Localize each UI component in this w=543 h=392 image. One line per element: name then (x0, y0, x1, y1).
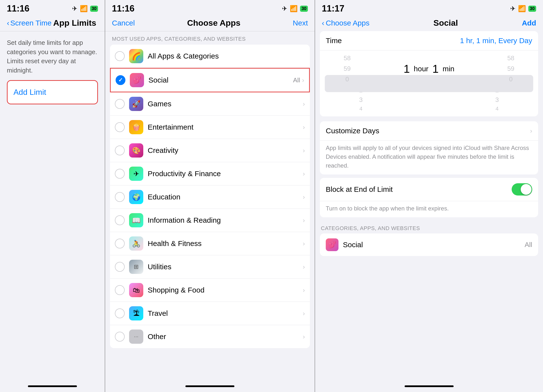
picker-hour-above-2: 59 (344, 63, 351, 74)
customize-days-label: Customize Days (326, 127, 379, 135)
radio-education[interactable] (115, 192, 125, 202)
customize-days-row[interactable]: Customize Days › (320, 121, 538, 141)
status-icons-1: ✈ 📶 30 (72, 5, 98, 12)
back-screen-time[interactable]: ‹ Screen Time (7, 19, 51, 27)
list-item[interactable]: 🌈 All Apps & Categories (110, 45, 310, 68)
add-button[interactable]: Add (522, 19, 536, 27)
chevron-right-icon: › (303, 333, 305, 341)
picker-hour-below-3: 4 (359, 105, 362, 113)
chevron-right-icon: › (303, 100, 305, 108)
nav-bar-3: ‹ Choose Apps Social Add (315, 16, 543, 31)
radio-health[interactable] (115, 239, 125, 248)
list-item[interactable]: 🎨 Creativity › (110, 139, 310, 162)
list-item[interactable]: 🌍 Education › (110, 185, 310, 209)
time-section: Time 1 hr, 1 min, Every Day 58 59 0 1 ho… (320, 31, 538, 116)
page-title-1: App Limits (51, 18, 98, 28)
nav-bar-1: ‹ Screen Time App Limits (0, 16, 105, 31)
add-limit-label: Add Limit (13, 88, 46, 97)
radio-shopping[interactable] (115, 285, 125, 295)
picker-min-below-2: 3 (495, 95, 499, 105)
battery-badge-3: 30 (528, 6, 536, 12)
list-item[interactable]: ⊞ Utilities › (110, 255, 310, 279)
other-icon: ··· (129, 330, 143, 344)
list-item[interactable]: ··· Other › (110, 325, 310, 348)
time-label: Time (326, 37, 342, 45)
list-item[interactable]: 📖 Information & Reading › (110, 209, 310, 232)
productivity-label: Productivity & Finance (148, 170, 303, 178)
list-item[interactable]: 🛍 Shopping & Food › (110, 279, 310, 302)
chevron-right-icon: › (303, 217, 305, 224)
radio-travel[interactable] (115, 308, 125, 318)
social-category-row[interactable]: 💕 Social All (320, 233, 538, 256)
airplane-icon: ✈ (72, 5, 77, 12)
creativity-icon: 🎨 (129, 143, 143, 158)
nav-bar-2: Cancel Choose Apps Next (105, 16, 315, 31)
education-icon: 🌍 (129, 190, 143, 204)
shopping-icon: 🛍 (129, 283, 143, 297)
chevron-right-icon: › (302, 76, 304, 84)
radio-reading[interactable] (115, 215, 125, 225)
all-apps-label: All Apps & Categories (148, 52, 305, 60)
productivity-icon: ✈ (129, 167, 143, 181)
panel-social-settings: 11:17 ✈ 📶 30 ‹ Choose Apps Social Add Ti… (315, 0, 543, 392)
airplane-icon-2: ✈ (282, 5, 287, 12)
chevron-right-icon: › (303, 147, 305, 154)
choose-apps-title: Choose Apps (135, 18, 293, 28)
entertainment-icon: 🍿 (129, 120, 143, 134)
social-title: Social (369, 18, 522, 28)
time-row[interactable]: Time 1 hr, 1 min, Every Day (320, 31, 538, 50)
picker-hour-above-1: 58 (344, 53, 351, 63)
list-item[interactable]: 🏝 Travel › (110, 302, 310, 325)
picker-min-above-2: 59 (507, 63, 514, 74)
back-choose-apps[interactable]: ‹ Choose Apps (322, 19, 369, 27)
entertainment-label: Entertainment (148, 123, 303, 131)
list-item[interactable]: 🚀 Games › (110, 92, 310, 116)
games-icon: 🚀 (129, 97, 143, 111)
radio-creativity[interactable] (115, 146, 125, 155)
wifi-icon-3: 📶 (518, 5, 526, 12)
cancel-button[interactable]: Cancel (112, 19, 135, 27)
creativity-label: Creativity (148, 146, 303, 155)
radio-entertainment[interactable] (115, 122, 125, 132)
list-item[interactable]: 🍿 Entertainment › (110, 116, 310, 139)
reading-icon: 📖 (129, 213, 143, 227)
list-item[interactable]: 🚴 Health & Fitness › (110, 232, 310, 255)
categories-label: CATEGORIES, APPS, AND WEBSITES (315, 221, 543, 233)
panel-choose-apps: 11:16 ✈ 📶 30 Cancel Choose Apps Next MOS… (105, 0, 315, 392)
health-icon: 🚴 (129, 236, 143, 251)
list-item[interactable]: ✈ Productivity & Finance › (110, 162, 310, 185)
next-button[interactable]: Next (293, 19, 308, 27)
block-limit-toggle[interactable] (512, 183, 532, 196)
battery-badge: 30 (90, 6, 98, 12)
radio-other[interactable] (115, 332, 125, 342)
social-category-badge: All (525, 241, 532, 249)
radio-productivity[interactable] (115, 169, 125, 179)
chevron-right-icon: › (303, 193, 305, 201)
education-label: Education (148, 193, 303, 201)
health-label: Health & Fitness (148, 239, 303, 248)
status-icons-3: ✈ 📶 30 (510, 5, 536, 12)
radio-games[interactable] (115, 99, 125, 109)
picker-hour-selected: 1 (404, 62, 410, 75)
travel-icon: 🏝 (129, 306, 143, 320)
radio-utilities[interactable] (115, 262, 125, 272)
status-bar-3: 11:17 ✈ 📶 30 (315, 0, 543, 16)
radio-social[interactable] (116, 75, 125, 85)
most-used-label: MOST USED APPS, CATEGORIES, AND WEBSITES (105, 31, 315, 45)
picker-hour-label: hour (414, 65, 428, 73)
status-time-2: 11:16 (112, 3, 134, 14)
add-limit-button[interactable]: Add Limit (7, 80, 98, 104)
social-icon: 💕 (130, 73, 144, 87)
home-indicator-1 (0, 382, 105, 392)
radio-all[interactable] (115, 51, 125, 61)
reading-label: Information & Reading (148, 216, 303, 224)
wifi-icon: 📶 (80, 5, 88, 12)
list-item[interactable]: 💕 Social All › (110, 68, 310, 92)
status-bar-2: 11:16 ✈ 📶 30 (105, 0, 315, 16)
app-limits-description: Set daily time limits for app categories… (0, 31, 105, 80)
chevron-left-icon: ‹ (322, 19, 324, 27)
chevron-right-icon: › (303, 286, 305, 294)
picker-hour-above-3: 0 (345, 74, 349, 85)
airplane-icon-3: ✈ (510, 5, 516, 12)
social-badge: All (293, 76, 300, 84)
